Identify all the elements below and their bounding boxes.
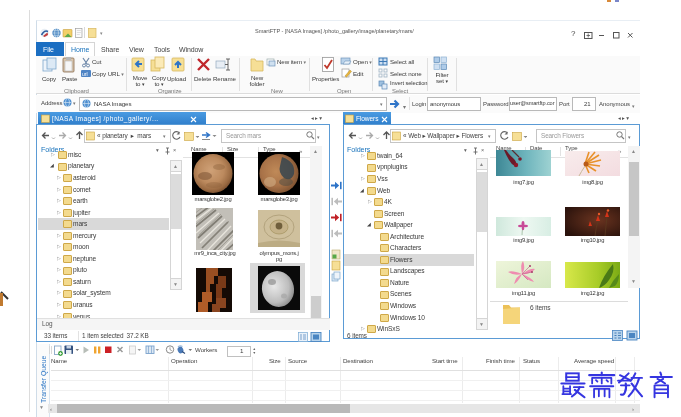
svg-text:url: url [82,71,88,77]
